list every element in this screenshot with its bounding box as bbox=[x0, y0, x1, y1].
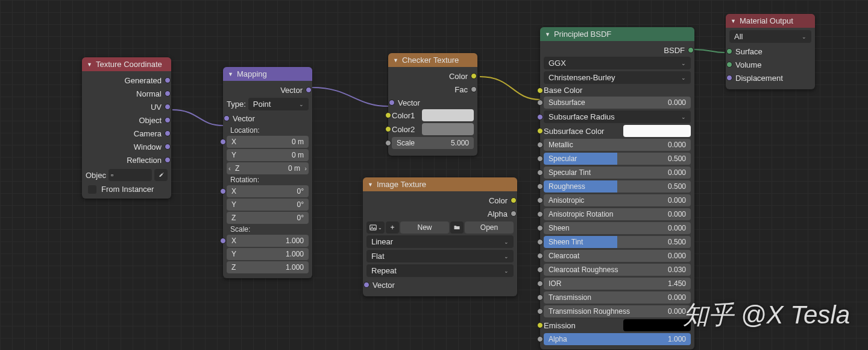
socket-anisotropic-rotation[interactable] bbox=[537, 211, 543, 217]
socket-specular[interactable] bbox=[537, 156, 543, 162]
socket-clearcoat-roughness[interactable] bbox=[537, 267, 543, 273]
socket-bsdf-out[interactable] bbox=[688, 47, 694, 53]
node-header[interactable]: ▼ Material Output bbox=[726, 14, 815, 28]
socket-camera[interactable] bbox=[165, 130, 171, 136]
socket-transmission-roughness[interactable] bbox=[537, 308, 543, 314]
node-header[interactable]: ▼ Image Texture bbox=[363, 177, 517, 191]
collapse-icon[interactable]: ▼ bbox=[545, 31, 550, 37]
socket-color-out[interactable] bbox=[471, 73, 477, 79]
transmission-field[interactable]: Transmission0.000 bbox=[544, 291, 691, 304]
node-header[interactable]: ▼ Texture Coordinate bbox=[82, 57, 171, 71]
node-header[interactable]: ▼ Principled BSDF bbox=[540, 27, 694, 41]
socket-vector-in[interactable] bbox=[224, 115, 230, 121]
collapse-icon[interactable]: ▼ bbox=[87, 62, 92, 68]
socket-rotation[interactable] bbox=[220, 188, 226, 194]
eyedropper-button[interactable] bbox=[154, 169, 168, 181]
socket-emission[interactable] bbox=[537, 322, 543, 328]
metallic-field[interactable]: Metallic0.000 bbox=[544, 139, 691, 151]
socket-alpha[interactable] bbox=[537, 336, 543, 342]
scale-field[interactable]: Scale5.000 bbox=[392, 137, 474, 149]
socket-normal[interactable] bbox=[165, 91, 171, 97]
socket-fac-out[interactable] bbox=[471, 86, 477, 92]
node-image-texture[interactable]: ▼ Image Texture Color Alpha ⌄ + New Open… bbox=[363, 177, 517, 296]
socket-location[interactable] bbox=[220, 139, 226, 145]
node-principled-bsdf[interactable]: ▼ Principled BSDF BSDF GGX⌄ Christensen-… bbox=[540, 27, 694, 349]
specular-field[interactable]: Specular0.500 bbox=[544, 153, 691, 165]
clearcoat-roughness-field[interactable]: Clearcoat Roughness0.030 bbox=[544, 264, 691, 276]
subsurface-color-swatch[interactable] bbox=[623, 125, 691, 137]
socket-displacement[interactable] bbox=[726, 75, 732, 81]
socket-transmission[interactable] bbox=[537, 294, 543, 301]
image-browse-button[interactable]: ⌄ bbox=[366, 221, 385, 234]
node-header[interactable]: ▼ Mapping bbox=[223, 67, 312, 81]
collapse-icon[interactable]: ▼ bbox=[368, 182, 373, 188]
extension-dropdown[interactable]: Repeat⌄ bbox=[366, 264, 514, 277]
anisotropic-field[interactable]: Anisotropic0.000 bbox=[544, 194, 691, 206]
clearcoat-field[interactable]: Clearcoat0.000 bbox=[544, 250, 691, 262]
socket-alpha-out[interactable] bbox=[511, 211, 517, 217]
socket-sheen-tint[interactable] bbox=[537, 239, 543, 245]
collapse-icon[interactable]: ▼ bbox=[393, 57, 398, 63]
socket-specular-tint[interactable] bbox=[537, 170, 543, 176]
sss-method-dropdown[interactable]: Christensen-Burley⌄ bbox=[544, 71, 691, 84]
anisotropic-rotation-field[interactable]: Anisotropic Rotation0.000 bbox=[544, 208, 691, 220]
rotation-x[interactable]: X0° bbox=[227, 185, 309, 197]
socket-subsurface-color[interactable] bbox=[537, 128, 543, 134]
scale-z[interactable]: Z1.000 bbox=[227, 261, 309, 273]
socket-sheen[interactable] bbox=[537, 225, 543, 231]
ior-field[interactable]: IOR1.450 bbox=[544, 278, 691, 290]
socket-subsurface[interactable] bbox=[537, 100, 543, 106]
color1-swatch[interactable] bbox=[422, 109, 474, 121]
node-mapping[interactable]: ▼ Mapping Vector Type: Point⌄ Vector Loc… bbox=[223, 67, 312, 278]
node-checker-texture[interactable]: ▼ Checker Texture Color Fac Vector Color… bbox=[388, 53, 477, 156]
alpha-field[interactable]: Alpha1.000 bbox=[544, 333, 691, 345]
from-instancer-checkbox[interactable] bbox=[88, 185, 96, 194]
socket-subsurface-radius[interactable] bbox=[537, 114, 543, 120]
collapse-icon[interactable]: ▼ bbox=[228, 71, 233, 77]
socket-generated[interactable] bbox=[165, 77, 171, 83]
socket-anisotropic[interactable] bbox=[537, 197, 543, 203]
rotation-y[interactable]: Y0° bbox=[227, 199, 309, 211]
scale-x[interactable]: X1.000 bbox=[227, 235, 309, 247]
interpolation-dropdown[interactable]: Linear⌄ bbox=[366, 235, 514, 248]
roughness-field[interactable]: Roughness0.500 bbox=[544, 180, 691, 192]
socket-color1[interactable] bbox=[385, 112, 391, 118]
location-z[interactable]: Z0 m bbox=[227, 162, 309, 174]
sheen-field[interactable]: Sheen0.000 bbox=[544, 222, 691, 234]
subsurface-field[interactable]: Subsurface0.000 bbox=[544, 97, 691, 109]
socket-ior[interactable] bbox=[537, 281, 543, 287]
socket-scale[interactable] bbox=[385, 140, 391, 146]
location-y[interactable]: Y0 m bbox=[227, 149, 309, 161]
subsurface-radius-dropdown[interactable]: Subsurface Radius⌄ bbox=[544, 110, 691, 123]
socket-base-color[interactable] bbox=[537, 88, 543, 94]
scale-y[interactable]: Y1.000 bbox=[227, 248, 309, 260]
socket-object[interactable] bbox=[165, 117, 171, 123]
socket-uv[interactable] bbox=[165, 104, 171, 110]
projection-dropdown[interactable]: Flat⌄ bbox=[366, 250, 514, 262]
socket-volume[interactable] bbox=[726, 62, 732, 68]
new-button[interactable]: New bbox=[400, 221, 449, 234]
add-image-button[interactable]: + bbox=[386, 221, 399, 234]
socket-reflection[interactable] bbox=[165, 157, 171, 163]
node-header[interactable]: ▼ Checker Texture bbox=[388, 53, 477, 67]
object-picker[interactable]: ▫ bbox=[108, 169, 152, 181]
type-dropdown[interactable]: Point⌄ bbox=[248, 98, 309, 110]
location-x[interactable]: X0 m bbox=[227, 136, 309, 148]
node-material-output[interactable]: ▼ Material Output All⌄ Surface Volume Di… bbox=[726, 14, 815, 89]
distribution-dropdown[interactable]: GGX⌄ bbox=[544, 57, 691, 69]
sheen-tint-field[interactable]: Sheen Tint0.500 bbox=[544, 236, 691, 248]
rotation-z[interactable]: Z0° bbox=[227, 212, 309, 224]
socket-roughness[interactable] bbox=[537, 183, 543, 189]
collapse-icon[interactable]: ▼ bbox=[731, 18, 736, 24]
socket-color-out[interactable] bbox=[511, 197, 517, 203]
socket-vector-out[interactable] bbox=[306, 87, 312, 93]
node-texture-coordinate[interactable]: ▼ Texture Coordinate Generated Normal UV… bbox=[82, 57, 171, 199]
socket-vector-in[interactable] bbox=[363, 282, 370, 288]
socket-scale[interactable] bbox=[220, 238, 226, 244]
specular-tint-field[interactable]: Specular Tint0.000 bbox=[544, 167, 691, 179]
target-dropdown[interactable]: All⌄ bbox=[729, 30, 811, 43]
emission-swatch[interactable] bbox=[623, 319, 691, 331]
transmission-roughness-field[interactable]: Transmission Roughness0.000 bbox=[544, 305, 691, 317]
open-button[interactable]: Open bbox=[465, 221, 514, 234]
socket-surface[interactable] bbox=[726, 48, 732, 54]
